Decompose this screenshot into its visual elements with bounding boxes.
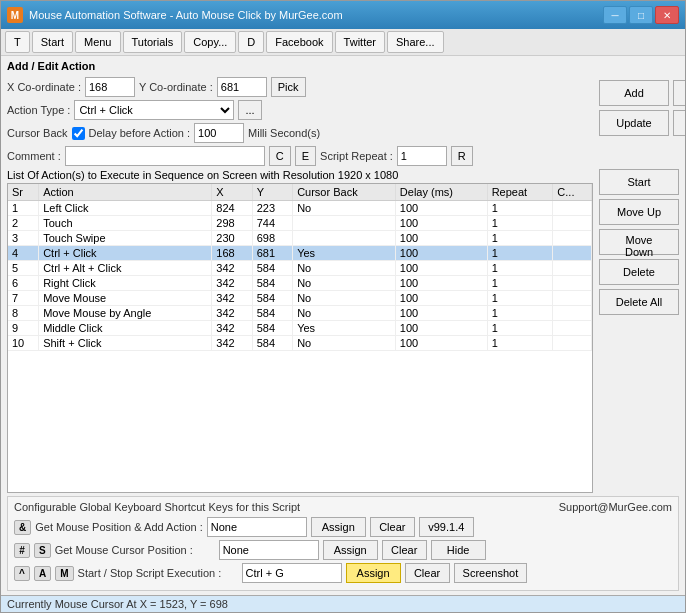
window-controls: ─ □ ✕ <box>603 6 679 24</box>
editor-form: Add / Edit Action X Co-ordinate : Y Co-o… <box>7 60 593 166</box>
delay-input[interactable] <box>194 123 244 143</box>
cursor-back-checkbox[interactable] <box>72 127 85 140</box>
table-row[interactable]: 6Right Click342584No1001 <box>8 276 592 291</box>
cell-repeat: 1 <box>487 306 553 321</box>
script-repeat-label: Script Repeat : <box>320 150 393 162</box>
table-row[interactable]: 1Left Click824223No1001 <box>8 201 592 216</box>
cell-c <box>553 201 592 216</box>
cell-action: Touch Swipe <box>39 231 212 246</box>
toolbar-btn-d[interactable]: D <box>238 31 264 53</box>
table-row[interactable]: 9Middle Click342584Yes1001 <box>8 321 592 336</box>
clear-button[interactable]: Clear <box>370 517 415 537</box>
c-button[interactable]: C <box>269 146 291 166</box>
script-repeat-input[interactable] <box>397 146 447 166</box>
app-icon: M <box>7 7 23 23</box>
start-button[interactable]: Start <box>599 169 679 195</box>
delete-all-button[interactable]: Delete All <box>599 289 679 315</box>
key-badge: ^ <box>14 566 30 581</box>
shortcuts-rows: &Get Mouse Position & Add Action :Assign… <box>14 517 672 583</box>
toolbar-btn-tutorials[interactable]: Tutorials <box>123 31 183 53</box>
shortcut-extra-button[interactable]: Hide <box>431 540 486 560</box>
title-bar: M Mouse Automation Software - Auto Mouse… <box>1 1 685 29</box>
table-header: Sr Action X Y Cursor Back Delay (ms) Rep… <box>8 184 592 201</box>
y-input[interactable] <box>217 77 267 97</box>
restore-button[interactable]: □ <box>629 6 653 24</box>
col-cursor-back: Cursor Back <box>293 184 396 201</box>
table-row[interactable]: 3Touch Swipe2306981001 <box>8 231 592 246</box>
col-y: Y <box>252 184 292 201</box>
action-type-select[interactable]: Left ClickRight ClickMiddle ClickDouble … <box>74 100 234 120</box>
action-side-buttons: Add Load Update Save <box>599 60 679 166</box>
cell-delay: 100 <box>395 246 487 261</box>
move-down-button[interactable]: Move Down <box>599 229 679 255</box>
cell-cursor_back: No <box>293 306 396 321</box>
cell-delay: 100 <box>395 321 487 336</box>
cell-sr: 9 <box>8 321 39 336</box>
cell-c <box>553 276 592 291</box>
cell-cursor_back: No <box>293 291 396 306</box>
cell-x: 230 <box>212 231 252 246</box>
table-row[interactable]: 7Move Mouse342584No1001 <box>8 291 592 306</box>
cell-y: 584 <box>252 306 292 321</box>
pick-button[interactable]: Pick <box>271 77 306 97</box>
cell-x: 342 <box>212 261 252 276</box>
x-label: X Co-ordinate : <box>7 81 81 93</box>
x-input[interactable] <box>85 77 135 97</box>
load-button[interactable]: Load <box>673 80 685 106</box>
shortcut-description: Start / Stop Script Execution : <box>78 567 238 579</box>
shortcut-extra-button[interactable]: v99.1.4 <box>419 517 474 537</box>
toolbar-btn-t[interactable]: T <box>5 31 30 53</box>
key-badge: # <box>14 543 30 558</box>
toolbar: TStartMenuTutorialsCopy...DFacebookTwitt… <box>1 29 685 56</box>
table-body[interactable]: 1Left Click824223No10012Touch29874410013… <box>8 201 592 351</box>
y-label: Y Co-ordinate : <box>139 81 213 93</box>
table-row[interactable]: 4Ctrl + Click168681Yes1001 <box>8 246 592 261</box>
table-row[interactable]: 2Touch2987441001 <box>8 216 592 231</box>
save-button[interactable]: Save <box>673 110 685 136</box>
table-row[interactable]: 5Ctrl + Alt + Click342584No1001 <box>8 261 592 276</box>
close-button[interactable]: ✕ <box>655 6 679 24</box>
toolbar-btn-share---[interactable]: Share... <box>387 31 444 53</box>
toolbar-btn-start[interactable]: Start <box>32 31 73 53</box>
key-badge: M <box>55 566 73 581</box>
shortcut-input[interactable] <box>219 540 319 560</box>
cell-action: Shift + Click <box>39 336 212 351</box>
shortcut-input[interactable] <box>207 517 307 537</box>
window-title: Mouse Automation Software - Auto Mouse C… <box>29 9 603 21</box>
table-row[interactable]: 8Move Mouse by Angle342584No1001 <box>8 306 592 321</box>
comment-input[interactable] <box>65 146 265 166</box>
main-window: M Mouse Automation Software - Auto Mouse… <box>0 0 686 613</box>
toolbar-btn-copy---[interactable]: Copy... <box>184 31 236 53</box>
move-up-button[interactable]: Move Up <box>599 199 679 225</box>
r-button[interactable]: R <box>451 146 473 166</box>
update-button[interactable]: Update <box>599 110 669 136</box>
editor-area: Add / Edit Action X Co-ordinate : Y Co-o… <box>7 60 679 166</box>
toolbar-btn-menu[interactable]: Menu <box>75 31 121 53</box>
table-row[interactable]: 10Shift + Click342584No1001 <box>8 336 592 351</box>
cell-action: Left Click <box>39 201 212 216</box>
delete-button[interactable]: Delete <box>599 259 679 285</box>
e-button[interactable]: E <box>295 146 316 166</box>
minimize-button[interactable]: ─ <box>603 6 627 24</box>
dots-button[interactable]: ... <box>238 100 261 120</box>
clear-button[interactable]: Clear <box>405 563 450 583</box>
cell-cursor_back <box>293 231 396 246</box>
assign-button[interactable]: Assign <box>346 563 401 583</box>
action-table[interactable]: Sr Action X Y Cursor Back Delay (ms) Rep… <box>7 183 593 493</box>
cell-x: 342 <box>212 306 252 321</box>
col-action: Action <box>39 184 212 201</box>
cell-c <box>553 321 592 336</box>
cursor-delay-row: Cursor Back Delay before Action : Milli … <box>7 123 593 143</box>
shortcut-extra-button[interactable]: Screenshot <box>454 563 528 583</box>
toolbar-btn-twitter[interactable]: Twitter <box>335 31 385 53</box>
cell-sr: 7 <box>8 291 39 306</box>
clear-button[interactable]: Clear <box>382 540 427 560</box>
shortcut-input[interactable] <box>242 563 342 583</box>
assign-button[interactable]: Assign <box>323 540 378 560</box>
add-button[interactable]: Add <box>599 80 669 106</box>
status-bar: Currently Mouse Cursor At X = 1523, Y = … <box>1 595 685 612</box>
cell-c <box>553 216 592 231</box>
assign-button[interactable]: Assign <box>311 517 366 537</box>
toolbar-btn-facebook[interactable]: Facebook <box>266 31 332 53</box>
shortcut-row-2: ^AMStart / Stop Script Execution :Assign… <box>14 563 672 583</box>
